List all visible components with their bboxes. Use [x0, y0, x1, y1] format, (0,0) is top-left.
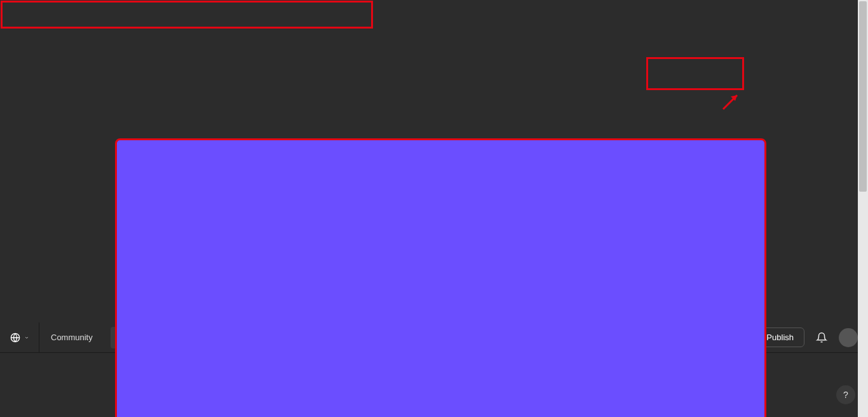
close-icon[interactable]	[341, 334, 349, 341]
bell-icon[interactable]	[816, 332, 827, 343]
community-tab[interactable]: Community	[39, 322, 104, 353]
like-button[interactable]: 18	[610, 386, 654, 409]
chevron-down-icon	[24, 335, 29, 340]
topbar-left: Community	[0, 322, 355, 352]
author-name[interactable]: By Rani	[140, 403, 172, 413]
annotation-box	[1, 1, 373, 29]
svg-point-3	[118, 334, 123, 340]
resource-actions: 18 Get a copy 311	[610, 385, 752, 409]
svg-marker-1	[731, 95, 737, 101]
search-icon	[117, 333, 126, 342]
topbar-right: Publish	[756, 328, 858, 347]
help-button[interactable]: ?	[836, 385, 855, 404]
like-count: 18	[635, 392, 645, 402]
globe-icon	[10, 333, 20, 343]
copy-count: 311	[727, 392, 742, 402]
scrollbar-track[interactable]	[858, 0, 868, 417]
topbar: Community Publish	[0, 322, 868, 353]
author-avatar[interactable]	[116, 399, 134, 417]
get-copy-label: Get a copy	[674, 392, 719, 402]
user-avatar[interactable]	[839, 328, 858, 347]
heart-icon	[620, 392, 630, 402]
get-copy-button[interactable]: Get a copy 311	[663, 385, 752, 409]
scrollbar-thumb[interactable]	[859, 1, 867, 192]
svg-line-0	[723, 95, 737, 109]
publish-button[interactable]: Publish	[756, 328, 804, 347]
svg-point-7	[126, 406, 129, 408]
search-field[interactable]	[111, 327, 355, 348]
svg-point-6	[122, 406, 125, 408]
annotation-arrow	[718, 90, 743, 116]
page-content: Bottom Navigation UI Kit By Rani 18 Get …	[116, 353, 752, 417]
search-input[interactable]	[132, 333, 341, 342]
home-menu-button[interactable]	[0, 322, 39, 353]
annotation-box	[646, 57, 744, 90]
